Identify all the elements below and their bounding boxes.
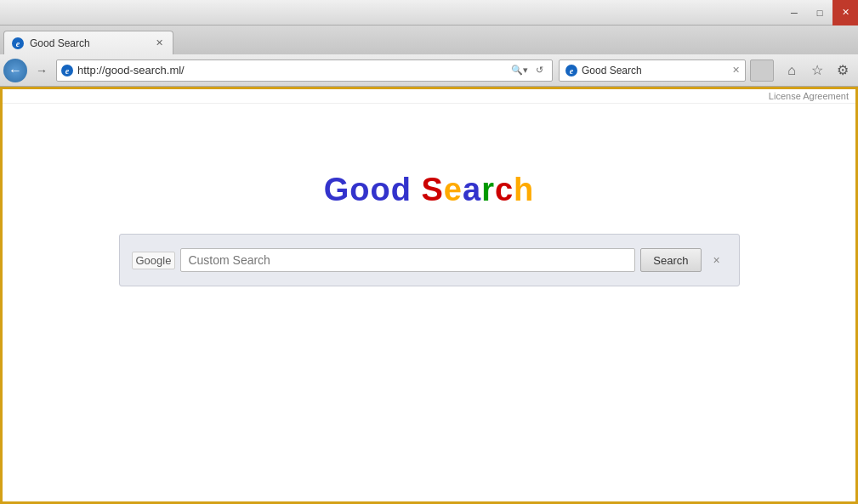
search-dropdown-button[interactable]: 🔍▾ bbox=[510, 61, 529, 80]
maximize-button[interactable]: □ bbox=[807, 0, 832, 25]
tab-bar: e Good Search ✕ bbox=[0, 25, 858, 54]
back-button[interactable]: ← bbox=[3, 59, 27, 82]
tab-favicon-icon: e bbox=[11, 37, 25, 50]
page-body: Good Search Google Search × bbox=[3, 104, 855, 501]
site-logo: Good Search bbox=[324, 172, 535, 208]
logo-s: S bbox=[421, 172, 443, 207]
search-bar-ie-icon: e bbox=[565, 64, 578, 77]
settings-button[interactable]: ⚙ bbox=[831, 59, 855, 82]
address-bar-row: ← → e 🔍▾ ↺ e Good Search ✕ ⌂ bbox=[0, 54, 858, 87]
toolbar-right: ⌂ ☆ ⚙ bbox=[776, 59, 855, 82]
logo-r: r bbox=[481, 172, 495, 207]
minimize-button[interactable]: ─ bbox=[781, 0, 807, 25]
favorites-button[interactable]: ☆ bbox=[805, 59, 829, 82]
logo-c: c bbox=[495, 172, 514, 207]
forward-button[interactable]: → bbox=[30, 59, 54, 82]
address-bar-ie-icon: e bbox=[60, 64, 74, 77]
logo-a: a bbox=[463, 172, 481, 207]
svg-text:e: e bbox=[65, 66, 70, 76]
custom-search-input[interactable] bbox=[180, 248, 635, 272]
refresh-button[interactable]: ↺ bbox=[530, 61, 548, 80]
browser-tab[interactable]: e Good Search ✕ bbox=[3, 31, 173, 54]
home-button[interactable]: ⌂ bbox=[780, 59, 804, 82]
browser-search-close-button[interactable]: ✕ bbox=[732, 65, 740, 76]
address-bar-container: e 🔍▾ ↺ bbox=[56, 59, 553, 82]
svg-text:e: e bbox=[570, 66, 574, 76]
license-bar: License Agreement bbox=[3, 89, 855, 104]
search-row: Google Search × bbox=[132, 248, 727, 272]
logo-h: h bbox=[514, 172, 534, 207]
svg-text:e: e bbox=[16, 39, 20, 48]
license-link[interactable]: License Agreement bbox=[769, 91, 849, 101]
window-controls: ─ □ ✕ bbox=[781, 0, 858, 25]
address-actions: 🔍▾ ↺ bbox=[510, 61, 548, 80]
title-bar: ─ □ ✕ bbox=[0, 0, 858, 25]
tab-overflow-indicator bbox=[750, 59, 774, 82]
content-area: License Agreement Good Search Google Sea… bbox=[0, 87, 858, 504]
search-button[interactable]: Search bbox=[640, 248, 701, 272]
tab-title: Good Search bbox=[30, 37, 147, 49]
browser-search-text: Good Search bbox=[582, 65, 729, 76]
logo-good: Good bbox=[324, 172, 412, 207]
address-input[interactable] bbox=[77, 64, 507, 76]
clear-search-button[interactable]: × bbox=[707, 250, 727, 270]
close-button[interactable]: ✕ bbox=[832, 0, 858, 25]
browser-window: ─ □ ✕ e Good Search ✕ ← → e 🔍▾ ↺ bbox=[0, 0, 858, 504]
search-box-wrapper: Google Search × bbox=[119, 234, 740, 286]
google-badge: Google bbox=[132, 252, 176, 269]
logo-e1: e bbox=[444, 172, 463, 207]
tab-close-button[interactable]: ✕ bbox=[152, 37, 166, 50]
browser-search-bar: e Good Search ✕ bbox=[559, 59, 746, 82]
browser-content: License Agreement Good Search Google Sea… bbox=[3, 89, 855, 501]
